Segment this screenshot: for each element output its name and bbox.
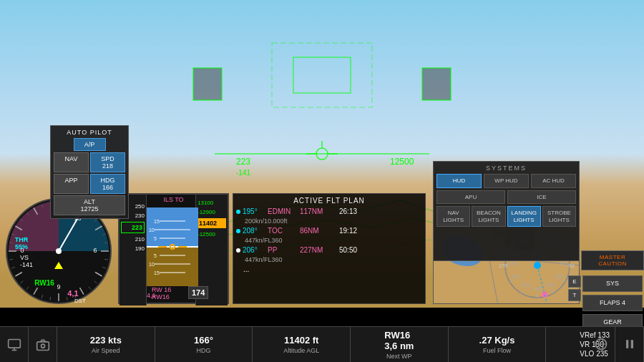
status-bar: 223 kts Air Speed 166° HDG 11402 ft Alti… [0,326,644,362]
flt-deg-2: 208° [243,227,268,235]
ils-alt-readout: 174 [188,286,208,299]
svg-rect-4 [422,68,451,100]
wp-hud-button[interactable]: WP HUD [484,174,529,188]
flt-plan-title: ACTIVE FLT PLAN [236,197,422,205]
svg-point-16 [41,344,44,348]
flt-ellipsis: ... [243,265,249,273]
airspeed-label: Air Speed [92,347,120,354]
svg-rect-15 [36,341,49,350]
strobe-lights-button[interactable]: STROBELIGHTS [542,206,576,227]
monitor-icon-button[interactable] [0,327,29,363]
hdg-label: HDG [197,347,211,354]
ils-instrument: ILS TO 250 230 223 210 190 13100 -12900 … [118,193,229,304]
spd-button[interactable]: SPD218 [90,152,125,172]
flt-dist-2: 86NM [300,227,339,235]
sys-button[interactable]: SYS [582,275,643,292]
hdg-status: 166° HDG [155,327,253,362]
systems-panel: SYSTEMS HUD WP HUD AC HUD APU ICE NAVLIG… [433,161,580,261]
flt-sub-3: 447kn/FL360 [245,256,422,263]
flt-time-2: 19:12 [339,227,357,235]
flt-wp-1: EDMIN [268,207,300,215]
altitude-label: Altitude AGL [283,347,319,354]
alt-button[interactable]: ALT12725 [54,195,125,215]
t-button[interactable]: T [568,289,581,301]
flt-dist-1: 117NM [300,207,339,215]
hdg-value: 166° [194,335,213,346]
airspeed-status: 223 kts Air Speed [57,327,155,362]
nav-lights-button[interactable]: NAVLIGHTS [436,206,470,227]
flt-deg-1: 195° [243,207,268,215]
flt-row-3: 206° PP 227NM 50:50 [236,246,422,254]
nextwp-value: RW163,6 nm [384,330,414,351]
pause-icon-button[interactable] [615,326,644,362]
svg-rect-3 [193,68,222,100]
e-button[interactable]: E [568,275,581,288]
flt-time-3: 50:50 [339,246,357,254]
altitude-value: 11402 ft [284,335,318,346]
autopilot-title: AUTO PILOT [54,129,125,136]
nextwp-label: Next WP [386,353,412,360]
nav-button[interactable]: NAV [54,152,89,172]
svg-rect-2 [272,43,372,107]
fuel-status: .27 Kg/s Fuel Flow [449,327,547,362]
svg-rect-20 [626,340,628,348]
camera-icon-button[interactable] [29,327,57,363]
hdg-button[interactable]: HDG166 [90,174,125,194]
flt-sub-1: 200kn/10.000ft [245,217,422,225]
ils-dist: 4,1 [147,292,156,299]
hud-button[interactable]: HUD [436,174,482,188]
svg-rect-21 [630,340,633,348]
fuel-value: .27 Kg/s [479,335,515,346]
flt-wp-3: PP [268,246,300,254]
flt-deg-3: 206° [243,246,268,254]
bottom-right-icons [587,326,644,362]
airspeed-value: 223 kts [90,335,122,346]
autopilot-panel: AUTO PILOT A/P NAV SPD218 APP HDG166 ALT… [50,125,129,219]
altitude-status: 11402 ft Altitude AGL [253,327,351,362]
et-buttons: E T [568,275,581,301]
flaps-button[interactable]: FLAPS 4 [582,295,643,311]
svg-text:223: 223 [236,157,250,167]
flt-wp-2: TOC [268,227,300,235]
landing-lights-button[interactable]: LANDINGLIGHTS [507,206,541,227]
master-caution: MASTERCAUTION [581,250,644,270]
systems-title: SYSTEMS [436,165,576,172]
svg-rect-12 [8,339,20,348]
flt-row-2: 208° TOC 86NM 19:12 [236,227,422,235]
beacon-lights-button[interactable]: BEACONLIGHTS [472,206,505,227]
globe-icon-button[interactable] [587,326,615,362]
right-panel: MASTERCAUTION E T SYS FLAPS 4 GEAR● SPOI… [581,125,644,304]
flt-time-1: 26:13 [339,207,357,215]
fuel-label: Fuel Flow [483,347,511,354]
flt-row-1: 195° EDMIN 117NM 26:13 [236,207,422,215]
ice-button[interactable]: ICE [507,190,576,205]
svg-text:-141: -141 [236,169,250,177]
nextwp-status: RW163,6 nm Next WP [351,327,449,362]
flight-plan-panel: ACTIVE FLT PLAN 195° EDMIN 117NM 26:13 2… [233,193,426,304]
svg-text:12500: 12500 [390,157,414,167]
svg-rect-1 [293,57,351,93]
flt-dist-3: 227NM [300,246,339,254]
app-button[interactable]: APP [54,174,89,194]
apu-button[interactable]: APU [436,190,505,205]
flt-row-dots: ... [236,265,422,273]
ac-hud-button[interactable]: AC HUD [531,174,576,188]
ap-button[interactable]: A/P [74,138,106,151]
flt-sub-2: 447kn/FL360 [245,237,422,244]
attitude-indicator [147,207,198,286]
